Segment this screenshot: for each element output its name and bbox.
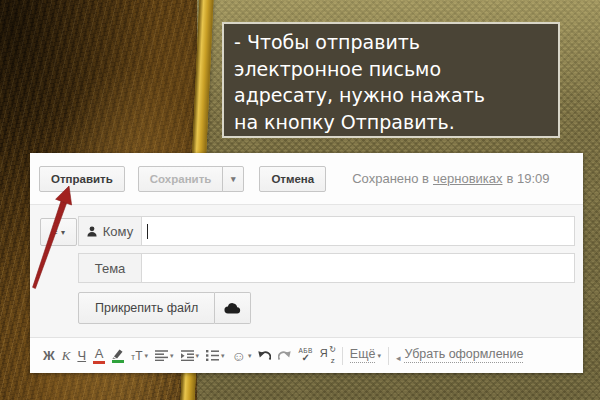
undo-icon — [258, 350, 271, 361]
font-size-big-letter: T — [135, 350, 142, 362]
remove-formatting-button[interactable]: ◂ Убрать оформление — [396, 348, 524, 363]
font-size-button[interactable]: тT▾ — [131, 350, 148, 362]
text-color-button[interactable]: A — [93, 347, 105, 364]
redo-icon — [278, 350, 291, 361]
send-button[interactable]: Отправить — [39, 166, 125, 192]
emoji-button[interactable]: ☺ ▾ — [232, 349, 252, 363]
chevron-down-icon: ▾ — [221, 352, 225, 359]
chevron-down-icon: ▾ — [61, 228, 65, 237]
spellcheck-button[interactable]: АБВ ✓ — [298, 348, 312, 364]
more-options-button[interactable]: Ещё ▾ — [350, 348, 381, 363]
triangle-left-icon: ◂ — [396, 354, 401, 363]
note-line: электронное письмо — [234, 56, 558, 83]
save-dropdown-button[interactable]: ▾ — [222, 166, 244, 192]
to-label-button[interactable]: Кому — [78, 216, 142, 246]
insert-from-drive-button[interactable] — [215, 292, 251, 324]
chevron-down-icon: ▾ — [170, 352, 174, 359]
compose-form-area: ≡ ▾ Кому Тема Прикрепить файл — [30, 204, 583, 337]
text-cursor — [147, 224, 148, 239]
spellcheck-icon: АБВ ✓ — [298, 348, 312, 364]
align-icon — [155, 350, 168, 361]
chevron-down-icon: ▾ — [231, 174, 236, 184]
attach-file-label: Прикрепить файл — [95, 301, 198, 315]
text-color-swatch — [93, 361, 105, 364]
highlighter-icon — [112, 349, 124, 359]
chevron-down-icon: ▾ — [196, 352, 200, 359]
align-button[interactable]: ▾ — [155, 350, 174, 361]
check-icon: ✓ — [301, 353, 309, 363]
compose-button-row: Отправить Сохранить ▾ Отмена Сохранено в… — [30, 153, 583, 204]
indent-icon — [181, 350, 194, 361]
to-label: Кому — [103, 224, 133, 239]
indent-button[interactable]: ▾ — [181, 350, 200, 361]
chevron-down-icon: ▾ — [145, 352, 149, 359]
bold-button[interactable]: Ж — [43, 349, 55, 362]
tutorial-slide: - Чтобы отправить электронное письмо адр… — [0, 0, 600, 400]
list-icon: ≡ — [52, 227, 58, 237]
draft-status-time: в 19:09 — [507, 171, 550, 186]
cancel-button[interactable]: Отмена — [259, 166, 326, 192]
draft-status-prefix: Сохранено в — [352, 171, 429, 186]
note-line: адресату, нужно нажать — [234, 82, 558, 109]
translate-letter: Я — [320, 348, 328, 359]
subject-label-button[interactable]: Тема — [78, 253, 142, 283]
chevron-down-icon: ▾ — [248, 352, 252, 359]
note-box: - Чтобы отправить электронное письмо адр… — [222, 22, 560, 138]
smiley-icon: ☺ — [232, 349, 246, 363]
drafts-link[interactable]: черновиках — [433, 171, 503, 186]
compose-window: Отправить Сохранить ▾ Отмена Сохранено в… — [30, 153, 583, 373]
formatting-toolbar: Ж К Ч A тT▾ ▾ ▾ — [30, 337, 583, 373]
save-button[interactable]: Сохранить — [138, 166, 224, 192]
remove-formatting-label: Убрать оформление — [404, 348, 523, 363]
note-line: на кнопку Отправить. — [234, 109, 558, 136]
translate-button[interactable]: Я ↻ z — [320, 348, 335, 364]
redo-button[interactable] — [278, 350, 291, 361]
rotate-arrow-icon: ↻ — [329, 346, 336, 354]
recipients-options-button[interactable]: ≡ ▾ — [40, 218, 77, 246]
highlight-button[interactable] — [112, 349, 124, 363]
underline-button[interactable]: Ч — [77, 349, 86, 362]
undo-button[interactable] — [258, 350, 271, 361]
draft-status: Сохранено вчерновикахв 19:09 — [352, 171, 549, 186]
text-color-letter: A — [95, 347, 104, 360]
subject-field-row: Тема — [78, 253, 575, 283]
chevron-down-icon: ▾ — [377, 352, 381, 359]
subject-input[interactable] — [142, 253, 575, 283]
person-icon — [87, 226, 97, 237]
toolbar-divider — [342, 347, 343, 365]
toolbar-divider — [388, 347, 389, 365]
attach-file-button[interactable]: Прикрепить файл — [78, 292, 215, 324]
attach-button-group: Прикрепить файл — [78, 292, 251, 324]
subject-label: Тема — [95, 261, 126, 276]
numbered-list-icon — [206, 350, 219, 361]
to-input[interactable] — [142, 216, 575, 246]
numbered-list-button[interactable]: ▾ — [206, 350, 225, 361]
translate-icon: Я ↻ z — [320, 348, 335, 364]
note-line: - Чтобы отправить — [234, 29, 558, 56]
italic-button[interactable]: К — [62, 349, 71, 362]
more-label: Ещё — [350, 348, 376, 363]
cloud-icon — [224, 302, 241, 314]
translate-sub-letter: z — [331, 357, 335, 365]
to-field-row: Кому — [78, 216, 575, 246]
highlight-swatch — [112, 360, 124, 363]
